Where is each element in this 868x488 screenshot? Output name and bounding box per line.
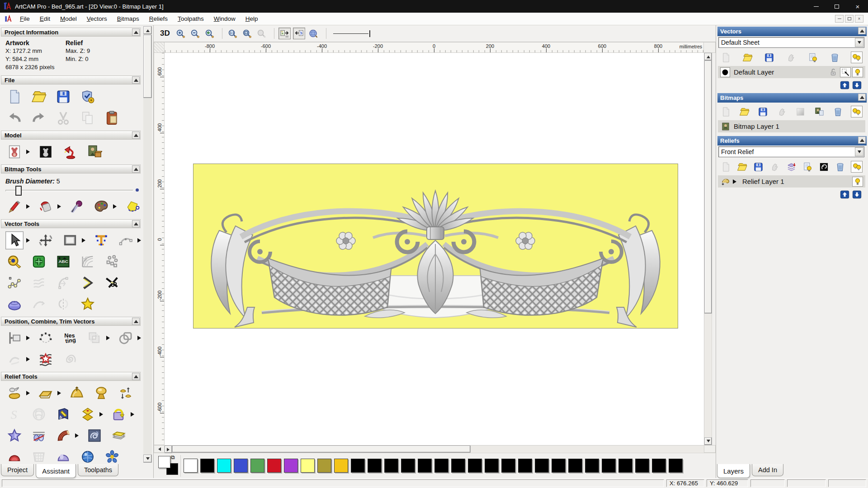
open-folder-button[interactable] xyxy=(741,52,753,63)
relief-layer-row[interactable]: Relief Layer 1 xyxy=(718,175,865,188)
save-disk-button[interactable] xyxy=(54,88,72,106)
zoom-in-button[interactable] xyxy=(175,28,187,39)
sphere-relief-button[interactable] xyxy=(79,448,97,465)
left-panel-scrollbar[interactable] xyxy=(143,26,152,463)
weld-vectors-button[interactable] xyxy=(117,329,135,347)
3d-view-button[interactable]: 3D xyxy=(160,29,170,38)
palette-swatch[interactable] xyxy=(267,459,281,473)
zoom-fit-button[interactable] xyxy=(241,28,253,39)
trim-vectors-button[interactable] xyxy=(103,274,121,292)
lamp-light-button[interactable] xyxy=(61,143,79,161)
palette-swatch[interactable] xyxy=(635,459,649,473)
scale-relief-button[interactable] xyxy=(117,384,135,402)
brush-diameter-slider[interactable] xyxy=(5,186,133,196)
palette-swatch[interactable] xyxy=(200,459,214,473)
fan-relief-button[interactable] xyxy=(54,427,72,445)
collapse-section-button[interactable] xyxy=(132,220,140,227)
palette-swatch[interactable] xyxy=(217,459,231,473)
scroll-up-button[interactable] xyxy=(704,53,712,61)
palette-swatch[interactable] xyxy=(250,459,264,473)
chevron-polyline-button[interactable] xyxy=(79,274,97,292)
shape-editor-button[interactable] xyxy=(5,384,24,402)
mdi-minimize-button[interactable] xyxy=(835,15,844,23)
open-folder-button[interactable] xyxy=(736,161,748,173)
paste-array-button[interactable] xyxy=(103,253,121,271)
wrap-relief-button[interactable] xyxy=(110,405,128,423)
save-disk-button[interactable] xyxy=(757,106,769,117)
flyout-arrow-icon[interactable] xyxy=(26,336,32,340)
stack-add-button[interactable] xyxy=(785,161,797,173)
collapse-section-button[interactable] xyxy=(132,165,140,173)
text-on-curve-button[interactable] xyxy=(37,329,55,347)
menu-help[interactable]: Help xyxy=(241,14,263,24)
relief-preview-button[interactable] xyxy=(818,161,830,173)
palette-swatch[interactable] xyxy=(418,459,432,473)
palette-swatch[interactable] xyxy=(669,459,683,473)
primary-colour-swatch[interactable] xyxy=(158,456,170,468)
smooth-relief-button[interactable] xyxy=(68,384,86,402)
minimize-button[interactable] xyxy=(806,0,826,13)
collapse-bitmaps-button[interactable] xyxy=(858,94,866,101)
vertical-scrollbar[interactable] xyxy=(704,53,712,445)
palette-swatch[interactable] xyxy=(434,459,448,473)
bulb-doc-button[interactable] xyxy=(807,52,819,63)
palette-swatch[interactable] xyxy=(234,459,248,473)
relief-select[interactable]: Front Relief xyxy=(718,146,864,157)
2d-view-canvas[interactable] xyxy=(165,53,704,445)
trash-button[interactable] xyxy=(832,106,844,117)
palette-swatch[interactable] xyxy=(618,459,632,473)
all-bulbs-button[interactable] xyxy=(851,52,863,63)
palette-swatch[interactable] xyxy=(585,459,599,473)
palette-swatch[interactable] xyxy=(552,459,566,473)
palette-swatch[interactable] xyxy=(184,459,198,473)
flyout-arrow-icon[interactable] xyxy=(26,238,32,243)
flyout-arrow-icon[interactable] xyxy=(26,357,32,361)
flower-relief-button[interactable] xyxy=(103,448,121,465)
palette-swatch[interactable] xyxy=(284,459,298,473)
create-text-button[interactable] xyxy=(92,231,110,249)
flyout-arrow-icon[interactable] xyxy=(137,336,142,340)
primary-secondary-colours[interactable]: ⧉ xyxy=(157,455,181,477)
move-relief-up-button[interactable] xyxy=(840,190,849,198)
image-copy-button[interactable] xyxy=(813,106,825,117)
palette-button[interactable] xyxy=(92,197,110,216)
dome-relief-button[interactable] xyxy=(92,384,110,402)
add-plane-button[interactable] xyxy=(37,384,55,402)
palette-swatch[interactable] xyxy=(568,459,582,473)
create-rectangle-button[interactable] xyxy=(61,231,79,249)
texture-image-button[interactable] xyxy=(85,143,104,161)
palette-swatch[interactable] xyxy=(535,459,549,473)
node-editing-button[interactable] xyxy=(117,231,135,249)
star-relief-button[interactable] xyxy=(5,427,24,445)
zoom-1to1-button[interactable]: 1:1 xyxy=(226,28,239,39)
scroll-down-button[interactable] xyxy=(143,455,152,463)
collapse-vectors-button[interactable] xyxy=(858,27,866,34)
distort-grid-button[interactable] xyxy=(79,253,97,271)
nesting-button[interactable]: Nesting xyxy=(61,329,79,347)
bitmap-layer-row[interactable]: Bitmap Layer 1 xyxy=(718,120,865,132)
collapse-section-button[interactable] xyxy=(132,76,140,84)
new-file-button[interactable] xyxy=(5,88,24,106)
flyout-arrow-icon[interactable] xyxy=(131,412,137,417)
transform-vectors-button[interactable] xyxy=(37,231,55,249)
palette-swatch[interactable] xyxy=(652,459,666,473)
flyout-arrow-icon[interactable] xyxy=(26,150,32,154)
menu-model[interactable]: Model xyxy=(55,14,82,24)
select-cursor-button[interactable] xyxy=(5,231,24,249)
palette-swatch[interactable] xyxy=(401,459,415,473)
menu-vectors[interactable]: Vectors xyxy=(82,14,112,24)
bitmap-to-vector-button[interactable] xyxy=(123,197,142,216)
close-button[interactable]: × xyxy=(847,0,868,13)
flyout-arrow-icon[interactable] xyxy=(57,391,63,395)
flyout-arrow-icon[interactable] xyxy=(99,412,105,417)
palette-swatch[interactable] xyxy=(351,459,365,473)
align-vectors-button[interactable] xyxy=(5,329,24,347)
block-copy-button[interactable] xyxy=(30,253,48,271)
redo-button[interactable] xyxy=(30,109,48,127)
dome-soft-button[interactable] xyxy=(54,448,72,465)
flyout-arrow-icon[interactable] xyxy=(106,336,112,340)
tab-add-in[interactable]: Add In xyxy=(752,464,783,476)
collapse-section-button[interactable] xyxy=(132,318,140,325)
flyout-arrow-icon[interactable] xyxy=(137,238,142,243)
palette-swatch[interactable] xyxy=(602,459,616,473)
